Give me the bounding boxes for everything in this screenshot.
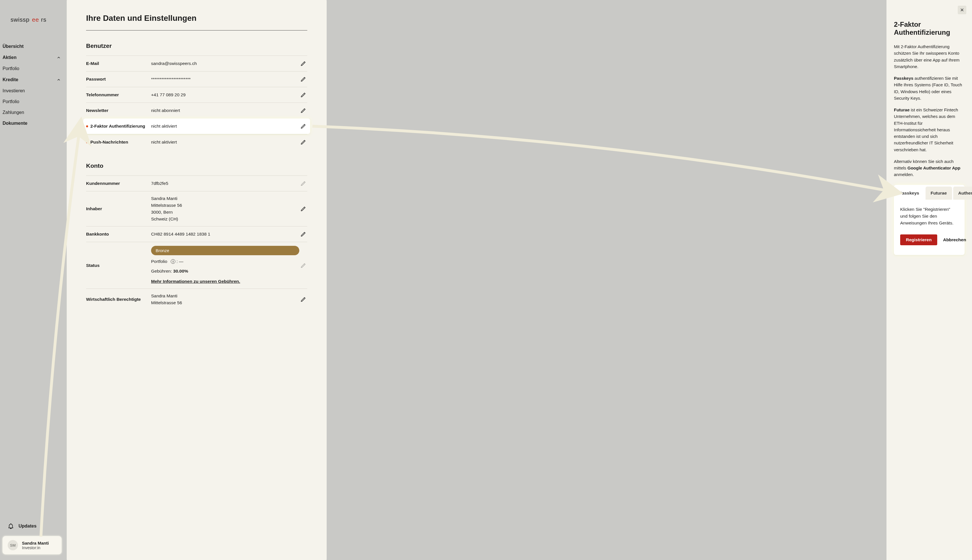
nav-shares-portfolio[interactable]: Portfolio: [3, 63, 62, 74]
pencil-icon: [301, 206, 306, 212]
row-newsletter: Newsletter nicht abonniert: [86, 103, 307, 118]
tabs: Passkeys Futurae Authenticator: [894, 185, 965, 200]
tab-passkeys[interactable]: Passkeys: [894, 187, 924, 200]
close-icon: ✕: [960, 7, 964, 13]
edit-button[interactable]: [299, 75, 307, 83]
edit-button[interactable]: [299, 205, 307, 213]
nav-shares[interactable]: Aktien: [3, 52, 62, 63]
nav-credits[interactable]: Kredite: [3, 74, 62, 85]
status-tier-badge: Bronze: [151, 246, 299, 255]
owner-name: Sandra Manti: [151, 195, 299, 202]
edit-button[interactable]: [299, 122, 307, 130]
main-panel: Ihre Daten und Einstellungen Benutzer E-…: [67, 0, 327, 560]
tab-card: Passkeys Futurae Authenticator Klicken S…: [894, 185, 965, 255]
chevron-up-icon: [56, 55, 62, 60]
tab-futurae[interactable]: Futurae: [925, 187, 952, 200]
edit-button[interactable]: [299, 295, 307, 303]
label: Telefonnummer: [86, 92, 151, 97]
value: 7dfb2fe5: [151, 180, 299, 187]
pencil-icon: [301, 108, 306, 113]
edit-button[interactable]: [299, 230, 307, 238]
nav-label: Investieren: [3, 88, 25, 93]
drawer-title: 2-Faktor Authentifizierung: [894, 20, 965, 37]
pencil-icon: [301, 231, 306, 237]
value: sandra@swisspeers.ch: [151, 60, 299, 67]
pencil-icon: [301, 123, 306, 129]
fees-link[interactable]: Mehr Informationen zu unseren Gebühren.: [151, 278, 299, 285]
edit-button[interactable]: [299, 107, 307, 115]
pencil-icon: [301, 297, 306, 302]
tab-authenticator[interactable]: Authenticator: [953, 187, 972, 200]
label: E-Mail: [86, 61, 151, 66]
avatar: SM: [8, 540, 18, 550]
svg-text:ee: ee: [32, 16, 39, 23]
value: Sandra Manti Mittelstrasse 56: [151, 293, 299, 306]
register-button[interactable]: Registrieren: [900, 235, 937, 245]
nav-credits-invest[interactable]: Investieren: [3, 85, 62, 96]
section-account: Konto Kundennummer 7dfb2fe5 Inhaber Sand…: [86, 162, 307, 310]
row-bank: Bankkonto CH82 8914 4489 1482 1838 1: [86, 226, 307, 242]
edit-button-disabled: [299, 262, 307, 270]
nav-credits-portfolio[interactable]: Portfolio: [3, 96, 62, 107]
drawer-authenticator-desc: Alternativ können Sie sich auch mittels …: [894, 158, 965, 178]
section-title: Benutzer: [86, 42, 307, 49]
bell-icon: [8, 523, 14, 529]
beneficial-name: Sandra Manti: [151, 293, 299, 299]
value: CH82 8914 4489 1482 1838 1: [151, 231, 299, 238]
value: Sandra Manti Mittelstrasse 56 3000, Bern…: [151, 195, 299, 222]
status-dot-icon: [86, 125, 88, 127]
user-pill[interactable]: SM Sandra Manti Investor:in: [3, 536, 62, 554]
label: 2-Faktor Authentifizierung: [86, 123, 151, 129]
pencil-icon: [301, 61, 306, 67]
nav-label: Kredite: [3, 77, 18, 82]
row-status: Status Bronze Portfolio i : — Gebühren: …: [86, 242, 307, 288]
pencil-icon: [301, 76, 306, 82]
nav-credits-payments[interactable]: Zahlungen: [3, 107, 62, 118]
nav-overview[interactable]: Übersicht: [3, 41, 62, 52]
pencil-icon: [301, 263, 306, 268]
user-name: Sandra Manti: [22, 541, 49, 545]
label: Bankkonto: [86, 232, 151, 237]
svg-text:swissp: swissp: [10, 16, 29, 23]
owner-city: 3000, Bern: [151, 209, 299, 216]
value: nicht aktiviert: [151, 139, 299, 145]
row-password: Passwort ***********************: [86, 71, 307, 87]
nav-label: Aktien: [3, 55, 17, 60]
value: nicht aktiviert: [151, 123, 299, 130]
pencil-icon: [301, 181, 306, 186]
owner-street: Mittelstrasse 56: [151, 202, 299, 209]
nav: Übersicht Aktien Portfolio Kredite: [3, 41, 62, 521]
beneficial-street: Mittelstrasse 56: [151, 299, 299, 306]
nav-label: Portfolio: [3, 66, 19, 71]
value: nicht abonniert: [151, 107, 299, 114]
drawer-futurae-desc: Futurae ist ein Schweizer Fintech Untern…: [894, 107, 965, 153]
info-icon[interactable]: i: [171, 259, 175, 264]
nav-label: Dokumente: [3, 121, 27, 126]
cancel-button[interactable]: Abbrechen: [943, 235, 966, 245]
page-title: Ihre Daten und Einstellungen: [86, 14, 307, 23]
nav-label: Zahlungen: [3, 110, 24, 115]
section-user: Benutzer E-Mail sandra@swisspeers.ch Pas…: [86, 42, 307, 150]
row-two-factor: 2-Faktor Authentifizierung nicht aktivie…: [83, 118, 310, 134]
label-text: 2-Faktor Authentifizierung: [90, 123, 145, 129]
label: Passwort: [86, 77, 151, 82]
value: +41 77 089 20 29: [151, 92, 299, 98]
tab-body: Klicken Sie "Registrieren" und folgen Si…: [894, 200, 965, 227]
edit-button[interactable]: [299, 138, 307, 146]
label-text: Push-Nachrichten: [90, 140, 128, 145]
brand-logo: swissp ee rs: [10, 16, 62, 24]
nav-documents[interactable]: Dokumente: [3, 118, 62, 129]
chevron-up-icon: [56, 77, 62, 83]
edit-button[interactable]: [299, 91, 307, 99]
label: Wirtschaftlich Berechtigte: [86, 297, 151, 302]
pencil-icon: [301, 139, 306, 145]
avatar-initials: SM: [10, 543, 16, 547]
updates-button[interactable]: Updates: [3, 521, 62, 531]
status-dot-icon: [86, 141, 88, 143]
user-meta: Sandra Manti Investor:in: [22, 541, 49, 550]
row-owner: Inhaber Sandra Manti Mittelstrasse 56 30…: [86, 191, 307, 226]
value: ***********************: [151, 76, 299, 83]
portfolio-line: Portfolio i : —: [151, 258, 299, 265]
close-button[interactable]: ✕: [958, 6, 966, 14]
edit-button[interactable]: [299, 60, 307, 68]
